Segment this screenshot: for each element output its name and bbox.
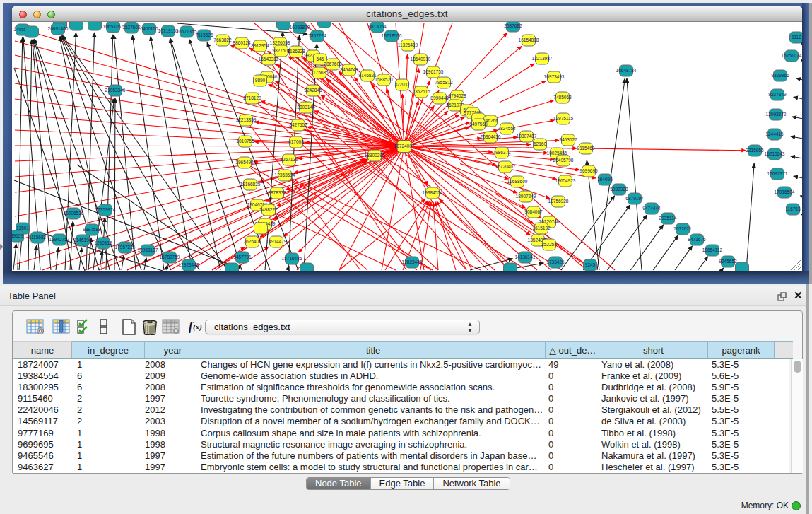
svg-text:15751074: 15751074 <box>782 53 802 58</box>
svg-text:12923448: 12923448 <box>179 262 199 267</box>
svg-text:19384554: 19384554 <box>423 190 443 195</box>
svg-text:19166825: 19166825 <box>240 182 261 187</box>
svg-text:12823446: 12823446 <box>402 259 423 264</box>
svg-text:1527602: 1527602 <box>122 25 141 30</box>
svg-text:9245652: 9245652 <box>719 259 737 264</box>
svg-text:16543382: 16543382 <box>259 57 279 62</box>
svg-text:12213359: 12213359 <box>236 117 257 122</box>
svg-text:1244415: 1244415 <box>765 132 784 136</box>
svg-text:9227349: 9227349 <box>768 92 787 97</box>
svg-text:7515526: 7515526 <box>195 33 213 37</box>
svg-text:10688609: 10688609 <box>507 179 528 184</box>
svg-text:62160: 62160 <box>534 141 546 146</box>
svg-text:10973493: 10973493 <box>544 74 565 79</box>
svg-text:1115682: 1115682 <box>29 235 47 240</box>
svg-text:3215955: 3215955 <box>746 148 764 153</box>
svg-text:1733426: 1733426 <box>546 259 565 264</box>
svg-text:1250515: 1250515 <box>94 240 112 245</box>
svg-text:6794028: 6794028 <box>448 93 466 98</box>
svg-text:17359924: 17359924 <box>95 207 116 212</box>
svg-text:21053346: 21053346 <box>105 88 126 93</box>
svg-text:20364436: 20364436 <box>481 134 501 139</box>
svg-text:1112: 1112 <box>792 35 801 40</box>
svg-text:10719155: 10719155 <box>158 28 179 33</box>
svg-text:12942757: 12942757 <box>49 237 70 242</box>
svg-text:2803144: 2803144 <box>297 105 315 110</box>
svg-text:9463627: 9463627 <box>559 137 577 142</box>
svg-text:13226058: 13226058 <box>270 40 290 45</box>
svg-text:7485063: 7485063 <box>553 95 572 100</box>
svg-text:16053809: 16053809 <box>290 25 310 30</box>
svg-text:116753: 116753 <box>785 206 801 211</box>
svg-text:8912954: 8912954 <box>251 43 269 48</box>
svg-text:8990448: 8990448 <box>430 95 449 100</box>
svg-text:2718120: 2718120 <box>243 95 261 100</box>
svg-text:1615192: 1615192 <box>532 226 551 230</box>
svg-text:9115460: 9115460 <box>577 146 595 151</box>
svg-text:12093872: 12093872 <box>766 112 787 117</box>
svg-text:(x): (x) <box>193 322 202 332</box>
svg-text:6466160: 6466160 <box>140 26 158 31</box>
svg-text:10958107: 10958107 <box>138 247 158 252</box>
svg-text:9245: 9245 <box>585 262 596 267</box>
svg-text:6879197: 6879197 <box>625 196 644 201</box>
svg-text:2867608: 2867608 <box>324 62 342 66</box>
svg-text:16154808: 16154808 <box>519 37 539 42</box>
svg-text:7986372: 7986372 <box>493 150 511 155</box>
svg-text:18640910: 18640910 <box>411 57 431 62</box>
svg-text:19654923: 19654923 <box>555 178 576 183</box>
svg-text:12975115: 12975115 <box>553 116 574 121</box>
svg-text:18300295: 18300295 <box>365 153 385 158</box>
svg-text:13501: 13501 <box>16 226 29 230</box>
svg-text:18907249: 18907249 <box>516 194 536 199</box>
svg-text:9146821: 9146821 <box>358 73 377 78</box>
svg-text:16210643: 16210643 <box>765 151 785 156</box>
svg-text:322037: 322037 <box>394 82 410 87</box>
svg-text:8813054: 8813054 <box>368 24 387 29</box>
svg-text:9699695: 9699695 <box>579 168 598 173</box>
svg-text:8471676: 8471676 <box>688 237 706 242</box>
svg-text:8267130: 8267130 <box>280 157 298 162</box>
svg-text:17957225: 17957225 <box>115 245 136 250</box>
svg-text:17016504: 17016504 <box>775 189 795 194</box>
svg-text:15692971: 15692971 <box>767 171 788 176</box>
svg-text:9242845: 9242845 <box>304 88 322 93</box>
svg-text:10756928: 10756928 <box>548 199 569 204</box>
svg-text:10807487: 10807487 <box>517 134 537 139</box>
svg-text:546: 546 <box>317 57 324 62</box>
svg-text:7632621: 7632621 <box>673 226 692 231</box>
svg-text:16648784: 16648784 <box>616 68 637 73</box>
svg-text:164095: 164095 <box>597 177 613 182</box>
svg-text:1010755: 1010755 <box>236 139 254 144</box>
svg-text:12213987: 12213987 <box>532 56 553 61</box>
svg-text:10654112: 10654112 <box>702 247 723 252</box>
svg-text:9890: 9890 <box>255 78 266 83</box>
svg-text:39159: 39159 <box>12 233 23 238</box>
svg-text:6497568: 6497568 <box>469 122 488 127</box>
svg-text:16782759: 16782759 <box>160 255 180 259</box>
svg-text:3175685: 3175685 <box>310 70 329 75</box>
svg-text:9084067: 9084067 <box>524 209 543 214</box>
svg-text:20206536: 20206536 <box>64 211 84 216</box>
svg-text:7625402: 7625402 <box>243 239 261 244</box>
svg-text:8186328: 8186328 <box>287 49 305 54</box>
svg-text:15716485: 15716485 <box>282 256 302 261</box>
svg-text:252254: 252254 <box>541 242 557 247</box>
svg-text:2935114: 2935114 <box>659 216 677 221</box>
svg-text:9397588: 9397588 <box>83 227 101 232</box>
svg-text:8878332: 8878332 <box>268 190 286 195</box>
svg-text:9474444: 9474444 <box>642 206 661 211</box>
svg-text:2087682: 2087682 <box>504 23 522 28</box>
svg-text:11325419: 11325419 <box>398 42 418 47</box>
svg-text:1588520: 1588520 <box>375 77 393 82</box>
svg-text:12353594: 12353594 <box>275 173 295 177</box>
svg-text:8454749: 8454749 <box>340 67 358 72</box>
svg-text:16961755: 16961755 <box>423 69 444 74</box>
svg-text:9457791: 9457791 <box>233 255 252 259</box>
svg-text:417008: 417008 <box>288 139 304 144</box>
svg-text:18724007: 18724007 <box>394 144 415 148</box>
svg-text:7857224: 7857224 <box>308 33 326 38</box>
svg-text:3498222: 3498222 <box>259 207 278 212</box>
svg-text:26495798: 26495798 <box>553 158 574 163</box>
svg-text:1362615: 1362615 <box>412 89 430 94</box>
